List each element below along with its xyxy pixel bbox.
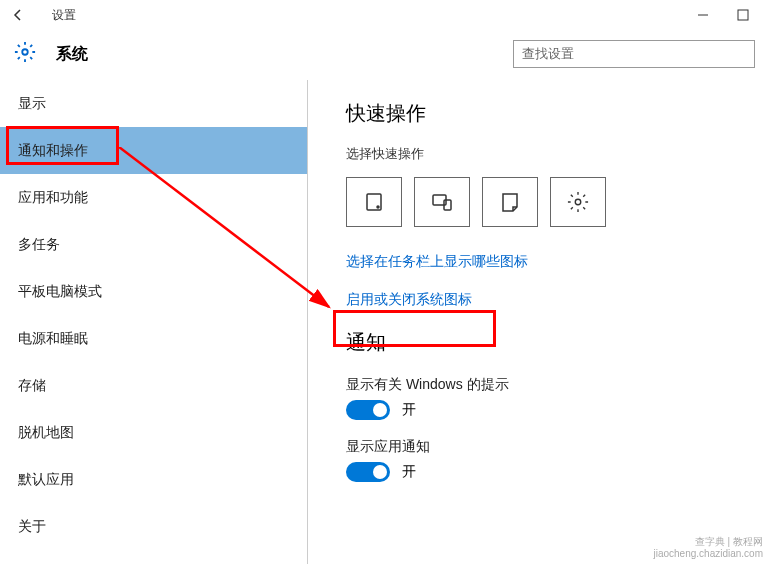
sidebar: 显示 通知和操作 应用和功能 多任务 平板电脑模式 电源和睡眠 存储 脱机地图 … xyxy=(0,80,308,564)
sidebar-item-notifications[interactable]: 通知和操作 xyxy=(0,127,307,174)
back-button[interactable] xyxy=(8,5,28,25)
toggle-label: 显示应用通知 xyxy=(346,438,769,456)
toggle-windows-tips[interactable] xyxy=(346,400,390,420)
toggle-row-windows-tips: 显示有关 Windows 的提示 开 xyxy=(346,376,769,420)
sidebar-item-about[interactable]: 关于 xyxy=(0,503,307,550)
search-input[interactable]: 查找设置 xyxy=(513,40,755,68)
quick-action-settings[interactable] xyxy=(550,177,606,227)
svg-point-4 xyxy=(377,206,379,208)
svg-point-7 xyxy=(575,199,581,205)
sidebar-item-storage[interactable]: 存储 xyxy=(0,362,307,409)
notifications-title: 通知 xyxy=(346,329,769,356)
sidebar-item-default-apps[interactable]: 默认应用 xyxy=(0,456,307,503)
sidebar-item-multitask[interactable]: 多任务 xyxy=(0,221,307,268)
window-title: 设置 xyxy=(52,7,76,24)
category-title: 系统 xyxy=(56,44,88,65)
sidebar-item-power[interactable]: 电源和睡眠 xyxy=(0,315,307,362)
sidebar-item-display[interactable]: 显示 xyxy=(0,80,307,127)
search-placeholder: 查找设置 xyxy=(522,45,574,63)
quick-actions-title: 快速操作 xyxy=(346,100,769,127)
quick-actions-sub: 选择快速操作 xyxy=(346,145,769,163)
toggle-state: 开 xyxy=(402,401,416,419)
svg-point-2 xyxy=(22,49,28,55)
sidebar-item-offline-maps[interactable]: 脱机地图 xyxy=(0,409,307,456)
link-system-icons[interactable]: 启用或关闭系统图标 xyxy=(346,291,769,309)
gear-icon xyxy=(14,41,36,67)
watermark: 查字典 | 教程网 jiaocheng.chazidian.com xyxy=(653,536,763,560)
quick-actions-row xyxy=(346,177,769,227)
minimize-button[interactable] xyxy=(693,5,713,25)
link-taskbar-icons[interactable]: 选择在任务栏上显示哪些图标 xyxy=(346,253,769,271)
toggle-row-app-notifications: 显示应用通知 开 xyxy=(346,438,769,482)
toggle-app-notifications[interactable] xyxy=(346,462,390,482)
quick-action-note[interactable] xyxy=(482,177,538,227)
quick-action-tablet-mode[interactable] xyxy=(346,177,402,227)
sidebar-item-apps[interactable]: 应用和功能 xyxy=(0,174,307,221)
toggle-state: 开 xyxy=(402,463,416,481)
svg-rect-1 xyxy=(738,10,748,20)
maximize-button[interactable] xyxy=(733,5,753,25)
sidebar-item-tablet[interactable]: 平板电脑模式 xyxy=(0,268,307,315)
toggle-label: 显示有关 Windows 的提示 xyxy=(346,376,769,394)
settings-panel: 快速操作 选择快速操作 选择在任务栏上显示哪些图标 启用或关闭系统图标 通知 显… xyxy=(308,80,769,564)
quick-action-connect[interactable] xyxy=(414,177,470,227)
